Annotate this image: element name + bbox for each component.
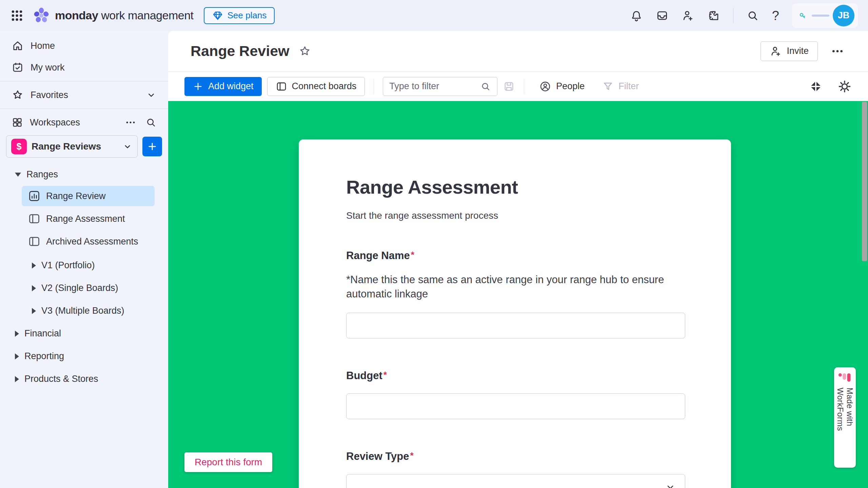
sidebar-item-favorites[interactable]: Favorites <box>6 84 162 106</box>
tree-group-v2-single-boards[interactable]: V2 (Single Boards) <box>0 277 168 299</box>
tree-group-ranges[interactable]: Ranges <box>0 163 168 186</box>
help-icon[interactable]: ? <box>772 9 779 22</box>
field-budget: Budget* <box>346 370 684 419</box>
monday-logo[interactable]: monday work management <box>33 7 194 24</box>
avatar[interactable]: JB <box>833 5 854 26</box>
tree-group-v1-portfolio[interactable]: V1 (Portfolio) <box>0 254 168 277</box>
form-title: Range Assessment <box>346 176 684 198</box>
field-label: Budget* <box>346 370 684 382</box>
tree-group-financial[interactable]: Financial <box>0 322 168 345</box>
form-widget-canvas: Range Assessment Start the range assessm… <box>168 101 868 488</box>
tree-item-archived-assessments[interactable]: Archived Assessments <box>22 231 155 252</box>
toolbar-divider <box>374 79 374 94</box>
caret-collapsed-icon[interactable] <box>15 353 19 359</box>
filter-search-input[interactable] <box>389 81 480 92</box>
workforms-logo-icon <box>837 373 852 382</box>
form-subtitle: Start the range assessment process <box>346 210 684 221</box>
tree-item-label: Archived Assessments <box>46 236 138 247</box>
caret-collapsed-icon[interactable] <box>32 262 36 269</box>
caret-collapsed-icon[interactable] <box>32 308 36 314</box>
people-filter-button[interactable]: People <box>533 77 591 96</box>
page-title: Range Review <box>191 43 290 59</box>
caret-collapsed-icon[interactable] <box>15 376 19 382</box>
topbar-actions: ? JB <box>630 3 858 28</box>
star-icon <box>12 89 24 101</box>
chevron-down-icon <box>146 90 157 100</box>
connect-boards-button[interactable]: Connect boards <box>267 77 365 96</box>
required-asterisk: * <box>410 450 414 461</box>
save-filters-icon <box>503 80 515 93</box>
search-icon[interactable] <box>746 9 759 22</box>
tree-item-range-review[interactable]: Range Review <box>22 186 155 206</box>
filter-button[interactable]: Filter <box>596 77 645 96</box>
account-badge[interactable]: JB <box>792 3 858 28</box>
page-header: Range Review Invite <box>168 31 868 71</box>
search-icon <box>480 81 491 92</box>
inbox-icon[interactable] <box>656 9 669 22</box>
field-label: Review Type* <box>346 450 684 463</box>
monday-flower-icon <box>33 7 50 24</box>
workspaces-label: Workspaces <box>30 117 80 128</box>
workspace-selector[interactable]: $ Range Reviews <box>6 135 138 158</box>
field-range-name: Range Name* *Name this the same as an ac… <box>346 250 684 338</box>
apps-marketplace-icon[interactable] <box>707 9 720 22</box>
more-options-icon[interactable] <box>125 117 136 128</box>
funnel-icon <box>602 81 614 92</box>
tree-group-label: V2 (Single Boards) <box>41 283 118 293</box>
favorite-star-icon[interactable] <box>298 45 311 58</box>
invite-members-icon[interactable] <box>682 9 694 22</box>
tree-group-label: Financial <box>24 328 61 339</box>
my-work-icon <box>12 61 24 74</box>
collapse-view-icon[interactable] <box>809 80 823 93</box>
sidebar-item-label: Favorites <box>31 90 68 100</box>
tree-group-v3-multiple-boards[interactable]: V3 (Multiple Boards) <box>0 299 168 322</box>
key-icon <box>798 11 808 21</box>
topbar-divider <box>733 8 733 23</box>
dashboard-icon <box>28 190 41 202</box>
field-review-type: Review Type* <box>346 450 684 488</box>
workspace-search-icon[interactable] <box>145 117 157 128</box>
toolbar-divider <box>524 79 524 94</box>
budget-input[interactable] <box>346 393 685 419</box>
main-content: Range Review Invite <box>168 31 868 488</box>
workspaces-grid-icon <box>12 117 23 128</box>
gem-icon <box>212 10 223 21</box>
home-icon <box>12 40 24 52</box>
review-type-select[interactable] <box>346 474 685 488</box>
invite-button[interactable]: Invite <box>761 41 818 61</box>
redacted-account-name <box>812 15 829 17</box>
sidebar-item-home[interactable]: Home <box>6 35 162 57</box>
board-icon <box>28 212 41 225</box>
caret-expanded-icon[interactable] <box>15 173 21 177</box>
workspaces-header[interactable]: Workspaces <box>6 112 162 133</box>
tree-item-label: Range Assessment <box>46 214 125 224</box>
sidebar-divider <box>0 81 168 81</box>
tree-group-products-stores[interactable]: Products & Stores <box>0 368 168 390</box>
filter-search-box[interactable] <box>383 77 497 96</box>
report-form-button[interactable]: Report this form <box>184 452 272 472</box>
add-widget-button[interactable]: Add widget <box>184 77 262 96</box>
chevron-down-icon <box>665 481 676 488</box>
topbar: monday work management See plans <box>0 0 868 31</box>
invite-person-icon <box>770 45 782 57</box>
plus-icon <box>147 141 158 152</box>
person-circle-icon <box>539 80 551 93</box>
brand-wordmark: monday work management <box>55 9 194 22</box>
sidebar-item-my-work[interactable]: My work <box>6 57 162 78</box>
tree-item-range-assessment[interactable]: Range Assessment <box>22 209 155 229</box>
tree-group-reporting[interactable]: Reporting <box>0 345 168 368</box>
plus-icon <box>193 81 203 92</box>
see-plans-button[interactable]: See plans <box>204 7 275 24</box>
made-with-workforms-label: Made with WorkForms <box>835 388 854 468</box>
apps-grid-icon[interactable] <box>10 9 24 22</box>
caret-collapsed-icon[interactable] <box>15 331 19 337</box>
made-with-workforms-tab[interactable]: Made with WorkForms <box>834 367 856 468</box>
caret-collapsed-icon[interactable] <box>32 285 36 291</box>
workspace-name: Range Reviews <box>32 141 101 152</box>
add-workspace-item-button[interactable] <box>142 137 162 156</box>
vertical-scrollbar[interactable] <box>862 102 867 261</box>
board-menu-icon[interactable] <box>831 44 844 58</box>
settings-gear-icon[interactable] <box>837 79 852 94</box>
notifications-bell-icon[interactable] <box>630 9 643 22</box>
range-name-input[interactable] <box>346 313 685 338</box>
